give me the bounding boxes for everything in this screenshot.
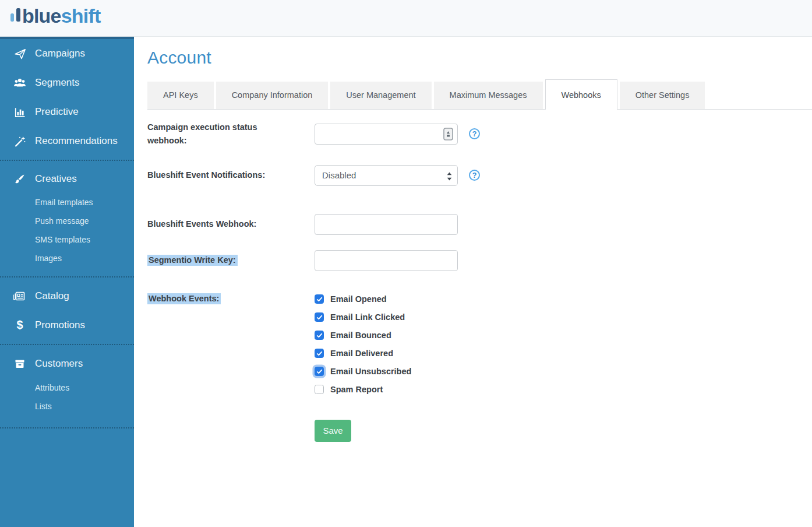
help-icon[interactable]: ? bbox=[469, 170, 480, 181]
sidebar-subitem-label: Attributes bbox=[35, 383, 69, 392]
sidebar-item-lists[interactable]: Lists bbox=[0, 397, 134, 416]
event-notifications-label: Blueshift Event Notifications: bbox=[147, 168, 315, 182]
email-link-clicked-checkbox[interactable] bbox=[315, 312, 324, 322]
tab-api-keys[interactable]: API Keys bbox=[147, 82, 214, 109]
help-icon[interactable]: ? bbox=[469, 128, 480, 139]
paper-plane-icon bbox=[13, 47, 27, 60]
sidebar-item-catalog[interactable]: Catalog bbox=[0, 282, 134, 311]
bar-chart-icon bbox=[13, 106, 27, 118]
checkbox-label[interactable]: Email Link Clicked bbox=[330, 312, 405, 322]
select-stepper-icon bbox=[447, 172, 452, 183]
sidebar-divider bbox=[0, 344, 134, 345]
blueshift-logo[interactable]: blueshift bbox=[10, 6, 812, 26]
sidebar-subitem-label: Images bbox=[35, 254, 62, 263]
sidebar-item-email-templates[interactable]: Email templates bbox=[0, 193, 134, 212]
tab-user-management[interactable]: User Management bbox=[330, 82, 431, 109]
top-bar: blueshift bbox=[0, 0, 812, 37]
save-row: Save bbox=[147, 420, 812, 442]
email-bounced-checkbox[interactable] bbox=[315, 331, 324, 340]
checkbox-label[interactable]: Email Bounced bbox=[330, 331, 391, 340]
svg-text:$: $ bbox=[16, 318, 23, 331]
checkbox-row-email-delivered[interactable]: Email Delivered bbox=[315, 345, 411, 363]
events-webhook-input[interactable] bbox=[315, 214, 458, 235]
sidebar-item-label: Catalog bbox=[35, 290, 69, 302]
email-opened-checkbox[interactable] bbox=[315, 294, 324, 304]
sidebar-subitem-label: Lists bbox=[35, 402, 52, 411]
sidebar-item-label: Customers bbox=[35, 358, 83, 370]
sidebar-nav: Campaigns Segments Predictive Recommenda… bbox=[0, 39, 134, 428]
sidebar-item-label: Segments bbox=[35, 77, 80, 89]
sidebar-item-recommendations[interactable]: Recommendations bbox=[0, 127, 134, 156]
segmentio-write-key-label: Segmentio Write Key: bbox=[147, 254, 315, 267]
tab-webhooks[interactable]: Webhooks bbox=[545, 79, 617, 110]
autofill-extension-icon[interactable] bbox=[443, 128, 453, 143]
webhook-events-label: Webhook Events: bbox=[147, 292, 315, 305]
sidebar-item-label: Campaigns bbox=[35, 48, 85, 59]
tab-other-settings[interactable]: Other Settings bbox=[620, 82, 705, 109]
logo-word-blue: blue bbox=[22, 5, 61, 27]
sidebar-item-push-message[interactable]: Push message bbox=[0, 212, 134, 230]
sidebar-item-label: Predictive bbox=[35, 106, 79, 118]
main-content: Account API Keys Company Information Use… bbox=[134, 37, 812, 527]
select-selected-value: Disabled bbox=[322, 170, 356, 180]
sidebar-item-predictive[interactable]: Predictive bbox=[0, 97, 134, 127]
tab-maximum-messages[interactable]: Maximum Messages bbox=[434, 82, 543, 109]
checkbox-label[interactable]: Email Unsubscribed bbox=[330, 367, 411, 376]
sidebar-divider bbox=[0, 276, 134, 277]
tab-bar: API Keys Company Information User Manage… bbox=[147, 79, 812, 110]
email-delivered-checkbox[interactable] bbox=[315, 349, 324, 358]
form-row-event-notifications: Blueshift Event Notifications: Disabled … bbox=[147, 165, 812, 186]
form-row-campaign-execution: Campaign execution status webhook: ? bbox=[147, 121, 812, 147]
spam-report-checkbox[interactable] bbox=[315, 385, 324, 394]
newspaper-icon bbox=[13, 290, 27, 303]
form-row-segmentio-key: Segmentio Write Key: bbox=[147, 250, 812, 271]
sidebar-item-label: Creatives bbox=[35, 173, 77, 185]
event-notifications-select[interactable]: Disabled bbox=[315, 165, 458, 186]
page-title: Account bbox=[147, 48, 812, 68]
sidebar-item-images[interactable]: Images bbox=[0, 249, 134, 268]
sidebar-item-customers[interactable]: Customers bbox=[0, 349, 134, 378]
sidebar-item-campaigns[interactable]: Campaigns bbox=[0, 39, 134, 68]
segmentio-write-key-input[interactable] bbox=[315, 250, 458, 271]
sidebar-item-sms-templates[interactable]: SMS templates bbox=[0, 230, 134, 249]
paintbrush-icon bbox=[13, 173, 27, 185]
sidebar-item-creatives[interactable]: Creatives bbox=[0, 165, 134, 193]
checkbox-row-spam-report[interactable]: Spam Report bbox=[315, 381, 411, 399]
sidebar-subitem-label: Email templates bbox=[35, 198, 93, 207]
logo-word-shift: shift bbox=[61, 5, 101, 27]
form-row-webhook-events: Webhook Events: Email Opened Email Link … bbox=[147, 292, 812, 399]
checkbox-row-email-link-clicked[interactable]: Email Link Clicked bbox=[315, 308, 411, 326]
magic-wand-icon bbox=[13, 135, 27, 147]
sidebar-divider bbox=[0, 160, 134, 161]
sidebar: Campaigns Segments Predictive Recommenda… bbox=[0, 37, 134, 527]
sidebar-item-label: Recommendations bbox=[35, 135, 118, 147]
checkbox-row-email-opened[interactable]: Email Opened bbox=[315, 290, 411, 308]
users-icon bbox=[13, 76, 27, 89]
checkbox-row-email-bounced[interactable]: Email Bounced bbox=[315, 326, 411, 345]
checkbox-row-email-unsubscribed[interactable]: Email Unsubscribed bbox=[315, 363, 411, 381]
webhook-events-checklist: Email Opened Email Link Clicked Email Bo… bbox=[315, 290, 411, 399]
email-unsubscribed-checkbox[interactable] bbox=[315, 367, 324, 376]
sidebar-subitem-label: SMS templates bbox=[35, 235, 90, 244]
checkbox-label[interactable]: Email Opened bbox=[330, 294, 387, 304]
webhooks-form: Campaign execution status webhook: ? Blu… bbox=[147, 121, 812, 442]
sidebar-item-attributes[interactable]: Attributes bbox=[0, 378, 134, 397]
logo-wordmark: blueshift bbox=[22, 6, 100, 26]
logo-bars-icon bbox=[10, 8, 20, 22]
dollar-icon: $ bbox=[13, 319, 27, 332]
sidebar-item-label: Promotions bbox=[35, 319, 85, 331]
campaign-execution-webhook-label: Campaign execution status webhook: bbox=[147, 121, 315, 147]
archive-box-icon bbox=[13, 357, 27, 370]
campaign-execution-webhook-input[interactable] bbox=[315, 124, 458, 145]
save-button[interactable]: Save bbox=[315, 420, 351, 442]
checkbox-label[interactable]: Email Delivered bbox=[330, 349, 393, 358]
tab-company-information[interactable]: Company Information bbox=[216, 82, 329, 109]
sidebar-item-promotions[interactable]: $ Promotions bbox=[0, 311, 134, 340]
form-row-events-webhook: Blueshift Events Webhook: bbox=[147, 214, 812, 235]
checkbox-label[interactable]: Spam Report bbox=[330, 385, 383, 394]
sidebar-subitem-label: Push message bbox=[35, 216, 89, 226]
sidebar-divider bbox=[0, 427, 134, 428]
events-webhook-label: Blueshift Events Webhook: bbox=[147, 217, 315, 231]
sidebar-item-segments[interactable]: Segments bbox=[0, 68, 134, 97]
